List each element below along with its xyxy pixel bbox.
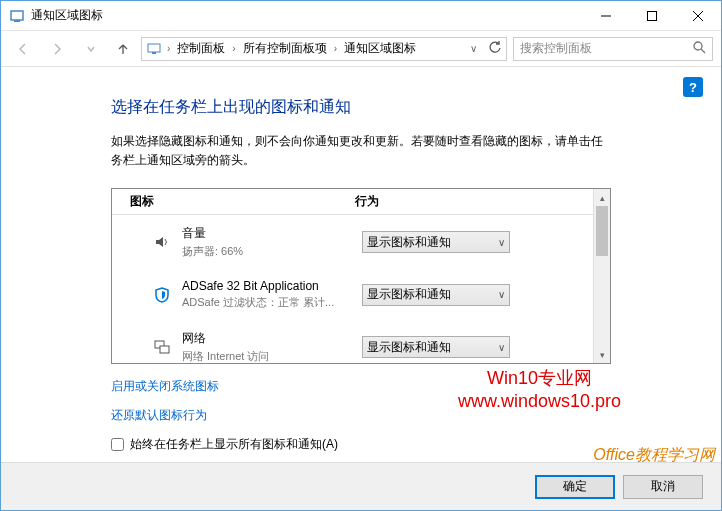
list-item: ADSafe 32 Bit Application ADSafe 过滤状态：正常… <box>112 269 593 320</box>
minimize-button[interactable] <box>583 1 629 31</box>
svg-point-8 <box>694 42 702 50</box>
content-area: ? 选择在任务栏上出现的图标和通知 如果选择隐藏图标和通知，则不会向你通知更改和… <box>1 67 721 462</box>
up-button[interactable] <box>111 37 135 61</box>
always-show-checkbox-row: 始终在任务栏上显示所有图标和通知(A) <box>111 436 611 453</box>
recent-dropdown[interactable] <box>77 35 105 63</box>
back-button[interactable] <box>9 35 37 63</box>
chevron-down-icon: ∨ <box>498 289 505 300</box>
svg-rect-11 <box>160 346 169 353</box>
col-behavior-header: 行为 <box>355 193 593 210</box>
cancel-button[interactable]: 取消 <box>623 475 703 499</box>
breadcrumb-item[interactable]: 通知区域图标 <box>342 40 418 57</box>
item-subtitle: 扬声器: 66% <box>182 244 362 259</box>
svg-rect-0 <box>11 11 23 20</box>
search-input[interactable]: 搜索控制面板 <box>513 37 713 61</box>
title-bar: 通知区域图标 <box>1 1 721 31</box>
search-icon <box>693 41 706 57</box>
chevron-down-icon: ∨ <box>498 342 505 353</box>
restore-defaults-link[interactable]: 还原默认图标行为 <box>111 407 611 424</box>
window-controls <box>583 1 721 30</box>
system-icons-link[interactable]: 启用或关闭系统图标 <box>111 378 611 395</box>
breadcrumb[interactable]: › 控制面板 › 所有控制面板项 › 通知区域图标 ∨ <box>141 37 507 61</box>
list-header: 图标 行为 <box>112 189 593 215</box>
col-icon-header: 图标 <box>130 193 355 210</box>
behavior-select[interactable]: 显示图标和通知∨ <box>362 284 510 306</box>
monitor-icon <box>146 41 162 57</box>
list-item: 音量 扬声器: 66% 显示图标和通知∨ <box>112 215 593 269</box>
item-title: ADSafe 32 Bit Application <box>182 279 362 293</box>
scroll-up-button[interactable]: ▴ <box>594 189 610 206</box>
breadcrumb-item[interactable]: 控制面板 <box>175 40 227 57</box>
chevron-down-icon[interactable]: ∨ <box>467 43 480 54</box>
svg-rect-7 <box>152 52 156 54</box>
help-icon[interactable]: ? <box>683 77 703 97</box>
window-title: 通知区域图标 <box>31 7 583 24</box>
item-title: 音量 <box>182 225 362 242</box>
footer: 确定 取消 <box>1 462 721 510</box>
item-subtitle: 网络 Internet 访问 <box>182 349 362 363</box>
svg-rect-1 <box>14 20 20 22</box>
list-item: 网络 网络 Internet 访问 显示图标和通知∨ <box>112 320 593 363</box>
chevron-right-icon: › <box>331 43 340 54</box>
checkbox-label: 始终在任务栏上显示所有图标和通知(A) <box>130 436 338 453</box>
refresh-icon[interactable] <box>488 40 502 57</box>
nav-bar: › 控制面板 › 所有控制面板项 › 通知区域图标 ∨ 搜索控制面板 <box>1 31 721 67</box>
scroll-down-button[interactable]: ▾ <box>594 346 610 363</box>
forward-button[interactable] <box>43 35 71 63</box>
speaker-icon <box>152 232 172 252</box>
notification-list: 图标 行为 音量 扬声器: 66% 显示图标和通知∨ ADSafe 32 Bit… <box>111 188 611 364</box>
ok-button[interactable]: 确定 <box>535 475 615 499</box>
item-subtitle: ADSafe 过滤状态：正常 累计... <box>182 295 362 310</box>
svg-line-9 <box>701 49 705 53</box>
chevron-right-icon: › <box>164 43 173 54</box>
network-icon <box>152 337 172 357</box>
chevron-right-icon: › <box>229 43 238 54</box>
breadcrumb-item[interactable]: 所有控制面板项 <box>241 40 329 57</box>
app-icon <box>9 8 25 24</box>
page-heading: 选择在任务栏上出现的图标和通知 <box>111 97 611 118</box>
chevron-down-icon: ∨ <box>498 237 505 248</box>
behavior-select[interactable]: 显示图标和通知∨ <box>362 336 510 358</box>
svg-rect-3 <box>648 12 657 21</box>
svg-rect-6 <box>148 44 160 52</box>
maximize-button[interactable] <box>629 1 675 31</box>
search-placeholder: 搜索控制面板 <box>520 40 592 57</box>
always-show-checkbox[interactable] <box>111 438 124 451</box>
scroll-thumb[interactable] <box>596 206 608 256</box>
scrollbar[interactable]: ▴ ▾ <box>593 189 610 363</box>
links-section: 启用或关闭系统图标 还原默认图标行为 始终在任务栏上显示所有图标和通知(A) <box>111 378 611 453</box>
page-description: 如果选择隐藏图标和通知，则不会向你通知更改和更新。若要随时查看隐藏的图标，请单击… <box>111 132 611 170</box>
close-button[interactable] <box>675 1 721 31</box>
item-title: 网络 <box>182 330 362 347</box>
behavior-select[interactable]: 显示图标和通知∨ <box>362 231 510 253</box>
shield-icon <box>152 285 172 305</box>
